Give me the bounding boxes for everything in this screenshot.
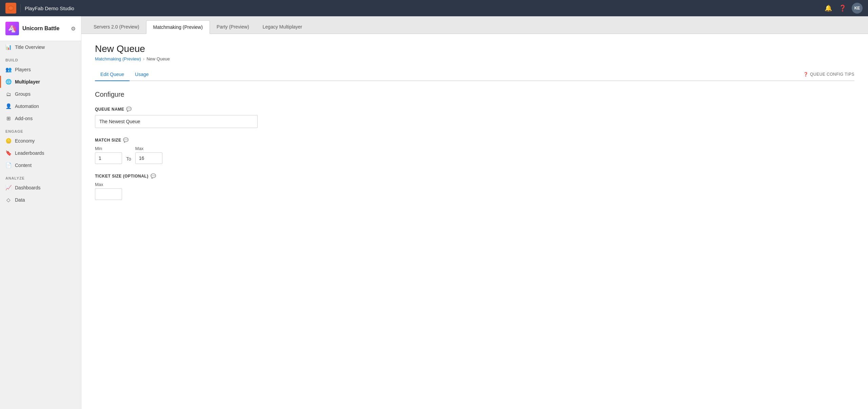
configure-section-title: Configure	[95, 91, 854, 98]
match-size-row: Min To Max	[95, 146, 854, 164]
queue-name-info-icon: 💬	[126, 107, 132, 112]
ticket-size-label: TICKET SIZE (OPTIONAL) 💬	[95, 173, 854, 179]
economy-icon: 🪙	[5, 138, 12, 144]
breadcrumb-current: New Queue	[146, 56, 170, 61]
players-icon: 👥	[5, 67, 12, 73]
queue-config-tips-button[interactable]: ❓ QUEUE CONFIG TIPS	[803, 72, 854, 77]
user-avatar[interactable]: KE	[852, 3, 863, 14]
build-section-label: BUILD	[0, 53, 81, 63]
match-size-min-col: Min	[95, 146, 122, 164]
sidebar-item-label: Economy	[15, 138, 35, 144]
to-label: To	[126, 156, 131, 162]
main-layout: 🦄 Unicorn Battle ⚙ 📊 Title Overview BUIL…	[0, 16, 868, 409]
match-size-field-group: MATCH SIZE 💬 Min To Max	[95, 137, 854, 164]
sub-tab-bar: Edit Queue Usage ❓ QUEUE CONFIG TIPS	[95, 68, 854, 81]
dashboards-icon: 📈	[5, 185, 12, 191]
data-icon: ◇	[5, 197, 12, 203]
sidebar-item-addons[interactable]: ⊞ Add-ons	[0, 112, 81, 125]
engage-section-label: ENGAGE	[0, 125, 81, 135]
match-size-info-icon: 💬	[123, 137, 129, 143]
sidebar-item-label: Multiplayer	[15, 79, 40, 85]
sidebar-item-label: Dashboards	[15, 185, 41, 190]
help-icon[interactable]: ❓	[837, 3, 848, 13]
project-logo-icon: 🦄	[5, 22, 19, 35]
app-title: PlayFab Demo Studio	[25, 5, 74, 11]
sidebar-item-label: Add-ons	[15, 116, 33, 121]
ticket-max-label: Max	[95, 182, 854, 187]
page-title: New Queue	[95, 43, 854, 54]
ticket-size-max-col: Max	[95, 182, 854, 200]
sidebar-item-dashboards[interactable]: 📈 Dashboards	[0, 182, 81, 194]
sidebar-item-economy[interactable]: 🪙 Economy	[0, 135, 81, 147]
sidebar-item-groups[interactable]: 🗂 Groups	[0, 88, 81, 100]
top-nav: PlayFab Demo Studio 🔔 ❓ KE	[0, 0, 868, 16]
sidebar-item-label: Data	[15, 197, 25, 203]
sidebar-item-title-overview[interactable]: 📊 Title Overview	[0, 41, 81, 53]
sidebar-item-content[interactable]: 📄 Content	[0, 159, 81, 171]
sidebar: 🦄 Unicorn Battle ⚙ 📊 Title Overview BUIL…	[0, 16, 81, 409]
page-content: New Queue Matchmaking (Preview) › New Qu…	[81, 34, 868, 409]
tab-matchmaking[interactable]: Matchmaking (Preview)	[146, 20, 210, 34]
notification-icon[interactable]: 🔔	[823, 3, 833, 13]
sidebar-item-leaderboards[interactable]: 🔖 Leaderboards	[0, 147, 81, 159]
sidebar-item-data[interactable]: ◇ Data	[0, 194, 81, 206]
tab-party[interactable]: Party (Preview)	[210, 20, 256, 34]
sidebar-gear-icon[interactable]: ⚙	[71, 25, 76, 32]
multiplayer-icon: 🌐	[5, 79, 12, 85]
sidebar-item-label: Groups	[15, 91, 31, 97]
sidebar-item-players[interactable]: 👥 Players	[0, 63, 81, 76]
nav-divider	[20, 4, 21, 12]
breadcrumb-link[interactable]: Matchmaking (Preview)	[95, 56, 141, 61]
sidebar-item-label: Title Overview	[15, 44, 45, 50]
queue-name-label: QUEUE NAME 💬	[95, 107, 854, 112]
automation-icon: 👤	[5, 103, 12, 109]
main-area: Servers 2.0 (Preview) Matchmaking (Previ…	[81, 16, 868, 409]
project-name: Unicorn Battle	[22, 25, 59, 32]
sidebar-item-multiplayer[interactable]: 🌐 Multiplayer	[0, 76, 81, 88]
ticket-size-info-icon: 💬	[151, 173, 156, 179]
min-label: Min	[95, 146, 122, 151]
tab-servers[interactable]: Servers 2.0 (Preview)	[87, 20, 146, 34]
sidebar-header: 🦄 Unicorn Battle ⚙	[0, 16, 81, 41]
sidebar-item-automation[interactable]: 👤 Automation	[0, 100, 81, 112]
sidebar-item-label: Automation	[15, 104, 39, 109]
match-size-max-input[interactable]	[135, 152, 162, 164]
analyze-section-label: ANALYZE	[0, 171, 81, 182]
queue-name-input[interactable]	[95, 115, 258, 128]
question-circle-icon: ❓	[803, 72, 809, 77]
queue-name-field-group: QUEUE NAME 💬	[95, 107, 854, 128]
title-overview-icon: 📊	[5, 44, 12, 50]
app-logo	[5, 3, 16, 14]
content-icon: 📄	[5, 162, 12, 168]
addons-icon: ⊞	[5, 115, 12, 122]
match-size-min-input[interactable]	[95, 152, 122, 164]
breadcrumb-separator: ›	[143, 56, 144, 61]
max-label: Max	[135, 146, 162, 151]
sidebar-item-label: Leaderboards	[15, 150, 44, 156]
tab-legacy[interactable]: Legacy Multiplayer	[256, 20, 309, 34]
match-size-label: MATCH SIZE 💬	[95, 137, 854, 143]
sidebar-item-label: Players	[15, 67, 31, 72]
sub-tab-usage[interactable]: Usage	[130, 68, 154, 81]
sidebar-item-label: Content	[15, 163, 32, 168]
breadcrumb: Matchmaking (Preview) › New Queue	[95, 56, 854, 61]
ticket-size-max-input[interactable]	[95, 188, 122, 200]
leaderboards-icon: 🔖	[5, 150, 12, 156]
match-size-max-col: Max	[135, 146, 162, 164]
ticket-size-field-group: TICKET SIZE (OPTIONAL) 💬 Max	[95, 173, 854, 200]
sub-tab-edit-queue[interactable]: Edit Queue	[95, 68, 130, 81]
tab-bar: Servers 2.0 (Preview) Matchmaking (Previ…	[81, 16, 868, 34]
groups-icon: 🗂	[5, 91, 12, 97]
